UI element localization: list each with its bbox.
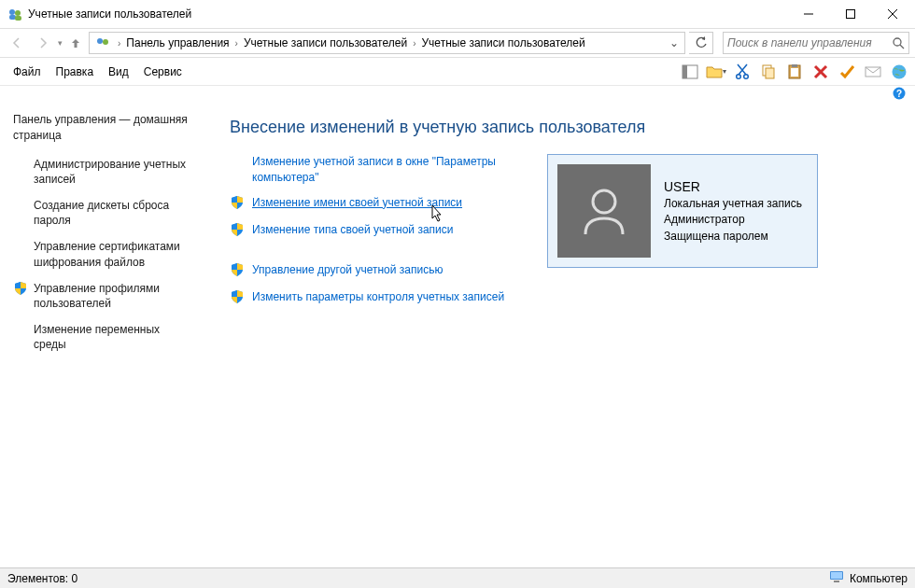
breadcrumb-item[interactable]: Панель управления <box>124 36 231 49</box>
sidebar-item-label: Управление профилями пользователей <box>34 281 196 311</box>
sidebar-item[interactable]: Изменение переменных среды <box>13 322 196 352</box>
svg-point-1 <box>15 10 21 16</box>
svg-point-9 <box>103 39 108 45</box>
chevron-right-icon[interactable]: › <box>411 38 417 49</box>
task-link-label: Управление другой учетной записью <box>252 262 443 278</box>
svg-rect-22 <box>791 68 798 77</box>
breadcrumb-item[interactable]: Учетные записи пользователей <box>419 36 586 49</box>
task-link-label: Изменение типа своей учетной записи <box>252 222 453 238</box>
sidebar-item[interactable]: Создание дискеты сброса пароля <box>13 198 196 228</box>
chevron-right-icon[interactable]: › <box>233 38 240 49</box>
window-title: Учетные записи пользователей <box>28 7 787 21</box>
breadcrumb-item[interactable]: Учетные записи пользователей <box>242 36 409 49</box>
search-icon[interactable] <box>892 36 905 49</box>
user-protection: Защищена паролем <box>664 229 802 245</box>
svg-text:?: ? <box>896 89 902 99</box>
svg-rect-5 <box>846 10 854 19</box>
tool-paste-icon[interactable] <box>784 62 805 82</box>
control-panel-home-link[interactable]: Панель управления — домашняя страница <box>13 112 196 144</box>
svg-point-14 <box>737 74 741 78</box>
tool-panel-icon[interactable] <box>680 62 700 82</box>
task-link-label: Изменить параметры контроля учетных запи… <box>252 289 504 305</box>
menu-view[interactable]: Вид <box>101 62 136 82</box>
forward-button[interactable] <box>32 32 54 54</box>
shield-icon <box>230 195 245 213</box>
svg-point-29 <box>593 190 615 213</box>
tool-folder-icon[interactable]: ▾ <box>706 62 726 82</box>
shield-icon <box>13 281 28 300</box>
user-account-type: Локальная учетная запись <box>664 196 802 212</box>
svg-line-11 <box>900 45 904 49</box>
svg-point-26 <box>893 64 907 78</box>
shield-icon <box>230 262 245 280</box>
task-link[interactable]: Изменение учетной записи в окне "Парамет… <box>230 154 519 186</box>
sidebar-item-label: Создание дискеты сброса пароля <box>34 198 196 228</box>
svg-line-17 <box>738 64 746 75</box>
up-button[interactable] <box>66 36 85 49</box>
sidebar-item[interactable]: Управление профилями пользователей <box>13 281 196 311</box>
page-heading: Внесение изменений в учетную запись поль… <box>230 118 896 137</box>
address-dropdown-icon[interactable]: ⌄ <box>666 36 683 49</box>
address-bar[interactable]: › Панель управления › Учетные записи пол… <box>89 32 685 54</box>
help-icon[interactable]: ? <box>893 87 906 103</box>
task-link[interactable]: Изменить параметры контроля учетных запи… <box>230 289 519 307</box>
chevron-right-icon[interactable]: › <box>116 38 122 49</box>
svg-point-8 <box>97 38 103 44</box>
tool-mail-icon[interactable] <box>863 62 883 82</box>
menu-service[interactable]: Сервис <box>136 62 190 82</box>
sidebar-item[interactable]: Администрирование учетных записей <box>13 157 196 187</box>
tool-copy-icon[interactable] <box>758 62 779 82</box>
svg-rect-3 <box>15 16 21 21</box>
close-button[interactable] <box>871 1 913 27</box>
back-button[interactable] <box>6 32 28 54</box>
tool-globe-icon[interactable] <box>889 62 909 82</box>
menu-file[interactable]: Файл <box>6 62 49 82</box>
shield-icon <box>230 289 245 307</box>
status-elements-count: 0 <box>72 572 78 585</box>
svg-rect-19 <box>766 68 774 78</box>
status-computer-label: Компьютер <box>850 572 908 585</box>
task-link[interactable]: Управление другой учетной записью <box>230 262 519 280</box>
task-link-label: Изменение учетной записи в окне "Парамет… <box>252 154 519 186</box>
user-account-card: USER Локальная учетная запись Администра… <box>547 154 818 268</box>
task-link[interactable]: Изменение типа своей учетной записи <box>230 222 519 240</box>
sidebar-item[interactable]: Управление сертификатами шифрования файл… <box>13 239 196 269</box>
address-icon <box>95 35 110 50</box>
computer-icon <box>829 570 844 586</box>
history-dropdown-icon[interactable]: ▾ <box>58 38 63 48</box>
svg-point-10 <box>894 38 901 46</box>
tool-cut-icon[interactable] <box>732 62 753 82</box>
svg-rect-21 <box>792 64 797 67</box>
user-name: USER <box>664 177 802 196</box>
sidebar-item-label: Изменение переменных среды <box>34 322 196 352</box>
svg-rect-13 <box>683 65 687 78</box>
shield-icon <box>230 222 245 240</box>
app-icon <box>7 7 22 21</box>
svg-rect-31 <box>831 572 842 579</box>
user-role: Администратор <box>664 212 802 228</box>
search-box[interactable] <box>723 32 909 54</box>
maximize-button[interactable] <box>829 1 871 27</box>
sidebar-item-label: Администрирование учетных записей <box>34 157 196 187</box>
tool-check-icon[interactable] <box>837 62 857 82</box>
svg-point-15 <box>744 74 749 78</box>
avatar <box>557 164 651 258</box>
svg-point-0 <box>9 9 15 15</box>
status-elements-label: Элементов: <box>7 572 68 585</box>
menu-edit[interactable]: Правка <box>49 62 102 82</box>
tool-delete-icon[interactable] <box>810 62 831 82</box>
sidebar-item-label: Управление сертификатами шифрования файл… <box>34 239 196 269</box>
svg-rect-2 <box>9 15 16 20</box>
task-link[interactable]: Изменение имени своей учетной записи <box>230 195 519 213</box>
cursor-icon <box>428 204 444 228</box>
svg-rect-32 <box>834 581 839 582</box>
minimize-button[interactable] <box>787 1 829 27</box>
search-input[interactable] <box>727 36 892 49</box>
svg-line-16 <box>739 64 747 75</box>
refresh-button[interactable] <box>689 32 713 54</box>
